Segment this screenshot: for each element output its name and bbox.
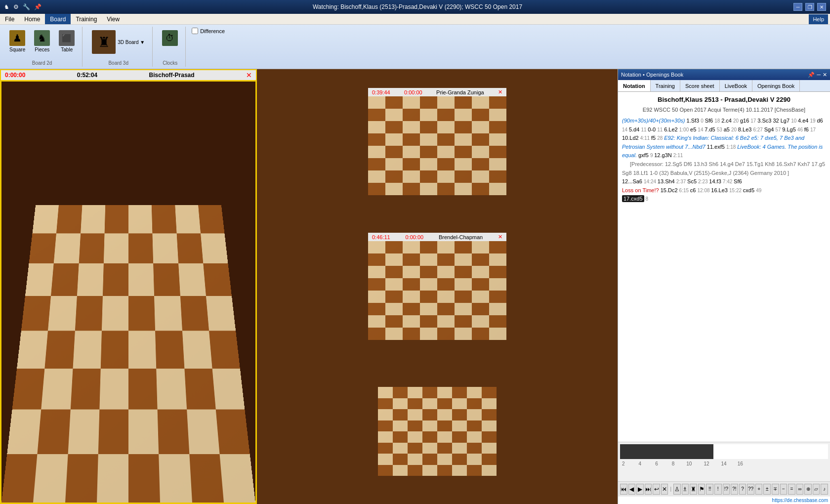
- nav-prev-button[interactable]: ◀: [628, 484, 636, 495]
- annotation-bishop[interactable]: ♗: [682, 484, 689, 495]
- annotation-excl[interactable]: !: [714, 484, 722, 495]
- move-17-cxd5-current[interactable]: 17.cxd5: [622, 195, 644, 202]
- move-4-e4[interactable]: 4.e4: [798, 118, 808, 124]
- pin-icon[interactable]: 📌: [34, 3, 42, 10]
- nav-last-button[interactable]: ⏭: [645, 484, 652, 495]
- settings-icon[interactable]: 🔧: [23, 3, 30, 10]
- annotation-mp[interactable]: ∓: [772, 484, 779, 495]
- mini-board-2[interactable]: [368, 241, 506, 340]
- move-5-d4[interactable]: 5.d4: [629, 126, 639, 132]
- nav-next-button[interactable]: ▶: [636, 484, 644, 495]
- annotation-minus[interactable]: −: [780, 484, 788, 495]
- annotation-note[interactable]: ♪: [821, 484, 828, 495]
- annotation-circle[interactable]: ⊕: [804, 484, 812, 495]
- annotation-q[interactable]: ?: [739, 484, 747, 495]
- cell-5-4: [437, 443, 452, 454]
- move-12-sa6[interactable]: 12...Sa6: [622, 178, 642, 184]
- help-button[interactable]: Help: [809, 14, 828, 24]
- annotation-pm[interactable]: ±: [763, 484, 771, 495]
- menu-board[interactable]: Board: [45, 14, 71, 24]
- time-5-00: 11: [657, 127, 664, 132]
- annotation-q-excl[interactable]: ?!: [731, 484, 738, 495]
- move-3-lg7[interactable]: Lg7: [781, 118, 789, 124]
- tab-livebook[interactable]: LiveBook: [720, 80, 752, 91]
- move-6-e5[interactable]: e5: [690, 126, 696, 132]
- move-2-g6[interactable]: g16: [740, 118, 749, 124]
- annotation-double-q[interactable]: ??: [747, 484, 754, 495]
- mini-board-3[interactable]: [378, 387, 497, 476]
- annotation-double-excl[interactable]: !!: [706, 484, 713, 495]
- tab-openings-book[interactable]: Openings Book: [752, 80, 800, 91]
- move-15-c6[interactable]: c6: [690, 187, 696, 193]
- move-8-le3[interactable]: 8.Le3: [738, 126, 752, 132]
- tab-score-sheet[interactable]: Score sheet: [680, 80, 720, 91]
- move-32[interactable]: 32: [773, 118, 780, 124]
- square-button[interactable]: ♟ Square: [6, 28, 29, 55]
- menu-training[interactable]: Training: [71, 14, 102, 24]
- notation-minimize-icon[interactable]: ─: [817, 72, 821, 78]
- close-button[interactable]: ✕: [817, 3, 826, 11]
- nav-close-button[interactable]: ✕: [661, 484, 668, 495]
- annotation-plus[interactable]: +: [755, 484, 763, 495]
- chessbase-link[interactable]: https://de.chessbase.com: [772, 498, 828, 503]
- move-14-sf6[interactable]: Sf6: [734, 178, 742, 184]
- board3d-button[interactable]: ♜ 3D Board ▼: [88, 28, 148, 56]
- annotation-equal[interactable]: =: [788, 484, 795, 495]
- notation-pin-icon[interactable]: 📌: [808, 72, 815, 78]
- move-3-sc3[interactable]: 3.Sc3: [757, 118, 771, 124]
- move-13-sh4[interactable]: 13.Sh4: [658, 178, 675, 184]
- move-10-ld2[interactable]: 10.Ld2: [622, 135, 639, 141]
- gear-icon[interactable]: ⚙: [13, 3, 19, 10]
- move-1-sf6[interactable]: Sf6: [705, 118, 713, 124]
- menu-home[interactable]: Home: [19, 14, 45, 24]
- move-15-dc2[interactable]: 15.Dc2: [661, 187, 678, 193]
- tab-notation[interactable]: Notation: [618, 80, 651, 91]
- notation-url-bar[interactable]: https://de.chessbase.com: [618, 496, 830, 504]
- move-11-exf5[interactable]: 11.exf5: [707, 144, 725, 150]
- nav-first-button[interactable]: ⏮: [620, 484, 627, 495]
- main-board-close[interactable]: ✕: [246, 71, 252, 79]
- annotation-rook[interactable]: ♜: [690, 484, 697, 495]
- move-7-a5[interactable]: a5: [724, 126, 730, 132]
- annotation-inf[interactable]: ∞: [796, 484, 804, 495]
- minimize-button[interactable]: ─: [793, 3, 802, 11]
- mini-board-1-title: Prie-Granda Zuniga: [436, 89, 484, 95]
- annotation-excl-q[interactable]: !?: [723, 484, 730, 495]
- move-1-sf3[interactable]: 1.Sf3: [687, 118, 700, 124]
- move-10-f5[interactable]: f5: [651, 135, 656, 141]
- move-14-f3[interactable]: 14.f3: [709, 178, 721, 184]
- move-12-g3n[interactable]: 12.g3N: [654, 152, 671, 158]
- restore-button[interactable]: ❐: [805, 3, 814, 11]
- nav-undo-button[interactable]: ↩: [653, 484, 660, 495]
- annotation-square[interactable]: ▱: [813, 484, 820, 495]
- move-8-sg4[interactable]: Sg4: [764, 126, 774, 132]
- menu-view[interactable]: View: [102, 14, 124, 24]
- notation-nav-bar: ⏮ ◀ ▶ ⏭ ↩ ✕ | ♙ ♗ ♜ ⚑ !! ! !? ?! ? ?? + …: [618, 481, 830, 496]
- move-16-cxd5[interactable]: cxd5: [743, 187, 754, 193]
- cell-7-1: [33, 454, 68, 503]
- main-chess-board[interactable]: // Will be generated by JS below: [0, 80, 257, 504]
- notation-close-icon[interactable]: ✕: [823, 72, 827, 78]
- cell-2-4: [437, 409, 452, 420]
- move-5-00[interactable]: 0-0: [648, 126, 656, 132]
- move-7-d5[interactable]: 7.d5: [705, 126, 715, 132]
- move-11-gxf5[interactable]: gxf5: [638, 152, 649, 158]
- clocks-button[interactable]: ⏱: [159, 28, 181, 48]
- mini-board-1-close[interactable]: ✕: [498, 89, 502, 95]
- move-2-c4[interactable]: 2.c4: [721, 118, 732, 124]
- mini-board-2-close[interactable]: ✕: [498, 234, 502, 240]
- annotation-pawn[interactable]: ♙: [673, 484, 681, 495]
- move-9-lg5[interactable]: 9.Lg5: [782, 126, 796, 132]
- menu-file[interactable]: File: [0, 14, 19, 24]
- table-button[interactable]: ⬛ Table: [55, 28, 78, 55]
- move-4-d6[interactable]: d6: [817, 118, 823, 124]
- difference-checkbox[interactable]: [192, 28, 198, 34]
- move-13-sc5[interactable]: Sc5: [687, 178, 697, 184]
- mini-board-1[interactable]: [368, 96, 506, 195]
- move-9-f6[interactable]: f6: [804, 126, 809, 132]
- move-16-le3[interactable]: 16.Le3: [711, 187, 728, 193]
- pieces-button[interactable]: ♞ Pieces: [31, 28, 53, 55]
- tab-training[interactable]: Training: [651, 80, 680, 91]
- move-6-le2[interactable]: 6.Le2: [664, 126, 678, 132]
- annotation-flag[interactable]: ⚑: [698, 484, 706, 495]
